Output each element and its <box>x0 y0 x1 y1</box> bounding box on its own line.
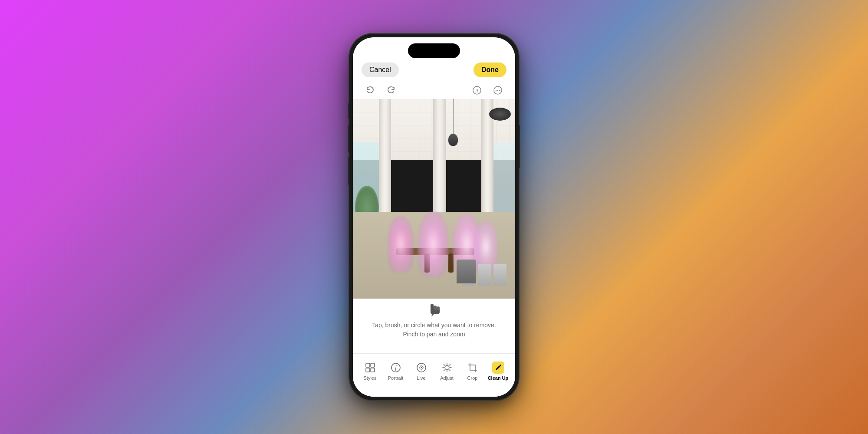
instructions-area: Tap, brush, or circle what you want to r… <box>353 299 515 342</box>
portrait-label: Portrait <box>388 375 403 381</box>
brush-hand-icon <box>426 302 442 317</box>
power-button <box>519 125 520 168</box>
svg-rect-7 <box>371 363 375 367</box>
cancel-button[interactable]: Cancel <box>362 62 399 77</box>
svg-point-15 <box>445 365 449 370</box>
cafe-photo <box>353 99 515 299</box>
toolbar-item-crop[interactable]: Crop <box>461 362 484 381</box>
toolbar-item-portrait[interactable]: f Portrait <box>385 362 407 381</box>
top-bar: Cancel Done <box>353 62 515 77</box>
crop-label: Crop <box>467 375 478 381</box>
dark-lamp <box>489 108 511 121</box>
svg-line-23 <box>444 370 444 371</box>
bag <box>457 260 476 283</box>
photo-area[interactable] <box>353 99 515 299</box>
done-button[interactable]: Done <box>473 62 506 77</box>
instructions-text: Tap, brush, or circle what you want to r… <box>372 321 496 339</box>
svg-line-22 <box>449 364 450 365</box>
svg-text:f: f <box>395 365 398 371</box>
adjust-label: Adjust <box>440 375 454 381</box>
chair-3 <box>493 264 506 286</box>
person-glow-2 <box>418 212 448 277</box>
markup-button[interactable]: A <box>470 83 484 97</box>
portrait-icon: f <box>390 362 402 374</box>
phone-screen: Cancel Done <box>353 37 515 397</box>
person-glow-1 <box>388 216 414 273</box>
styles-label: Styles <box>364 375 377 381</box>
toolbar-item-cleanup[interactable]: Clean Up <box>487 362 510 381</box>
chair-2 <box>478 264 491 286</box>
svg-rect-8 <box>366 368 370 372</box>
markup-more-controls: A <box>470 83 505 97</box>
styles-icon <box>364 362 376 374</box>
dynamic-island <box>408 43 460 58</box>
live-label: Live <box>417 375 425 381</box>
mute-button <box>348 103 349 119</box>
cleanup-label: Clean Up <box>488 375 509 381</box>
instruction-line-1: Tap, brush, or circle what you want to r… <box>372 321 496 330</box>
redo-button[interactable] <box>384 83 398 97</box>
svg-line-20 <box>444 364 444 365</box>
svg-point-3 <box>496 90 496 91</box>
hanging-light-1 <box>448 99 458 146</box>
light-wire-1 <box>453 99 454 134</box>
light-fixture-1 <box>448 134 458 146</box>
more-button[interactable] <box>491 83 505 97</box>
crop-icon <box>467 362 479 374</box>
cleanup-icon-bg <box>492 362 504 374</box>
undo-button[interactable] <box>363 83 377 97</box>
svg-point-4 <box>497 90 498 91</box>
edit-controls: A <box>353 83 515 97</box>
toolbar-item-styles[interactable]: Styles <box>359 362 381 381</box>
svg-point-14 <box>421 367 422 368</box>
svg-point-5 <box>499 90 500 91</box>
undo-redo-controls <box>363 83 398 97</box>
toolbar-item-live[interactable]: Live <box>410 362 433 381</box>
svg-line-21 <box>449 370 450 371</box>
adjust-icon <box>441 362 453 374</box>
svg-text:A: A <box>475 88 479 94</box>
svg-rect-6 <box>366 363 370 367</box>
volume-down-button <box>348 157 349 185</box>
instruction-line-2: Pinch to pan and zoom <box>372 330 496 339</box>
bottom-toolbar: Styles f Portrait <box>353 353 515 397</box>
live-icon <box>415 362 427 374</box>
phone-device: Cancel Done <box>349 34 519 400</box>
toolbar-item-adjust[interactable]: Adjust <box>436 362 458 381</box>
volume-up-button <box>348 125 349 153</box>
cleanup-icon <box>492 362 504 374</box>
svg-rect-9 <box>371 368 375 372</box>
